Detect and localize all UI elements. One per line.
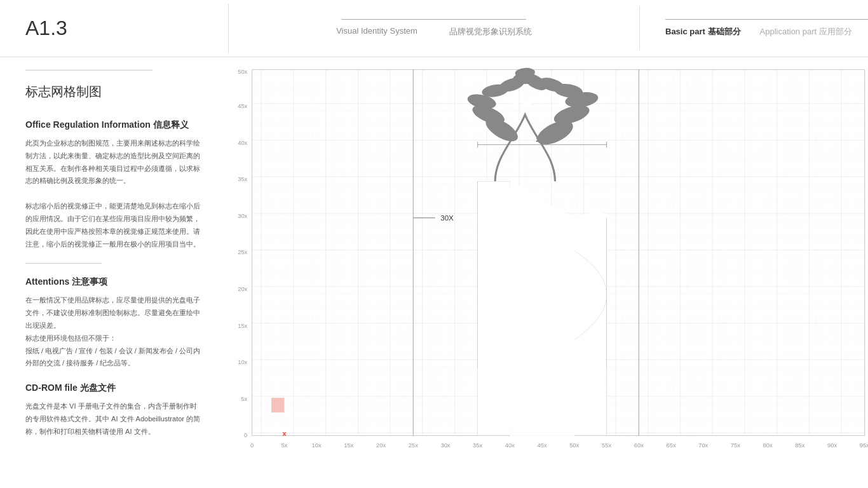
x-label-95: 95x — [860, 443, 868, 449]
y-label-50: 50x — [238, 69, 248, 75]
x-label-30: 30x — [440, 443, 451, 449]
header-top-divider — [342, 19, 526, 20]
info-text1: 此页为企业标志的制图规范，主要用来阐述标志的科学绘制方法，以此来衡量、确定标志的… — [25, 137, 203, 187]
y-label-25: 25x — [238, 250, 248, 255]
info-text2: 标志缩小后的视觉修正中，能更清楚地见到标志在缩小后的应用情况。由于它们在某些应用… — [25, 200, 203, 250]
x-label-25: 25x — [409, 443, 419, 449]
y-label-20: 20x — [238, 286, 248, 292]
section-title-zh: 标志网格制图 — [25, 83, 203, 100]
brand-title: 品牌视觉形象识别系统 — [449, 26, 532, 37]
info-title: Office Regulation Information 信息释义 — [25, 119, 203, 131]
x-label-50: 50x — [569, 443, 580, 449]
header-right: Basic part 基础部分 Application part 应用部分 — [639, 6, 868, 50]
x-label-85: 85x — [795, 443, 805, 449]
nav-parts: Basic part 基础部分 Application part 应用部分 — [665, 26, 868, 37]
pink-rect — [271, 398, 284, 412]
header-left: A1.3 — [0, 4, 229, 53]
x-label-10: 10x — [312, 443, 322, 449]
x-marker: x — [282, 430, 287, 437]
leaf-gap-3 — [557, 102, 567, 110]
x-label-80: 80x — [763, 443, 773, 449]
y-label-15: 15x — [238, 323, 248, 329]
leaf-gap-4 — [511, 98, 519, 105]
x-label-0: 0 — [250, 443, 254, 449]
header-titles: Visual Identity System 品牌视觉形象识别系统 — [336, 26, 532, 37]
x-label-5: 5x — [281, 443, 287, 449]
header-right-top-divider — [665, 19, 868, 20]
sidebar-mid-divider — [25, 263, 102, 264]
sidebar: 标志网格制图 Office Regulation Information 信息释… — [0, 57, 229, 488]
leaf-gap-2 — [537, 95, 546, 104]
logo-bottom-clean — [510, 367, 574, 436]
y-label-5: 5x — [241, 396, 247, 402]
header-right-content: Basic part 基础部分 Application part 应用部分 — [665, 19, 868, 37]
attentions-title: Attentions 注意事项 — [25, 276, 203, 288]
header-center: Visual Identity System 品牌视觉形象识别系统 — [229, 19, 639, 37]
x-label-45: 45x — [538, 443, 548, 449]
y-label-30: 30x — [238, 213, 248, 219]
cdrom-text: 光盘文件是本 VI 手册电子文件的集合，内含手册制作时的专用软件格式文件。其中 … — [25, 400, 203, 438]
y-label-40: 40x — [238, 140, 248, 146]
sidebar-top-divider — [25, 70, 153, 71]
x-label-65: 65x — [666, 443, 676, 449]
vis-title: Visual Identity System — [336, 26, 417, 37]
x-label-40: 40x — [505, 443, 515, 449]
cdrom-title: CD-ROM file 光盘文件 — [25, 383, 203, 394]
x-label-75: 75x — [731, 443, 741, 449]
y-label-10: 10x — [238, 360, 248, 365]
x-label-15: 15x — [344, 443, 354, 449]
page-number: A1.3 — [25, 17, 203, 40]
x-label-70: 70x — [698, 443, 709, 449]
label-30x-text: 30X — [440, 214, 454, 221]
attentions-text: 在一般情况下使用品牌标志，应尽量使用提供的光盘电子文件，不建议使用标准制图绘制标… — [25, 294, 203, 370]
x-label-20: 20x — [376, 443, 386, 449]
app-part-label: Application part 应用部分 — [760, 26, 852, 37]
x-label-60: 60x — [634, 443, 644, 449]
x-label-35: 35x — [473, 443, 483, 449]
grid-svg: 0 5x 10x 15x 20x 25x 30x 35x 40x 45x 50x… — [229, 67, 868, 463]
y-label-0: 0 — [244, 433, 247, 438]
grid-area: 0 5x 10x 15x 20x 25x 30x 35x 40x 45x 50x… — [229, 57, 868, 488]
x-label-90: 90x — [827, 443, 837, 449]
x-label-55: 55x — [602, 443, 612, 449]
leaf-gap-1 — [522, 101, 532, 111]
basic-part-label: Basic part 基础部分 — [665, 26, 741, 37]
header: A1.3 Visual Identity System 品牌视觉形象识别系统 B… — [0, 0, 868, 57]
y-label-45: 45x — [238, 104, 248, 109]
main-content: 标志网格制图 Office Regulation Information 信息释… — [0, 57, 868, 488]
y-label-35: 35x — [238, 177, 248, 182]
